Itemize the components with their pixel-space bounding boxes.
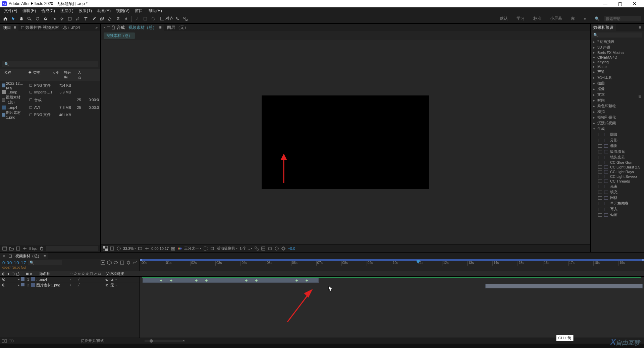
menu-edit[interactable]: 编辑(E) [20, 7, 39, 14]
label-col-icon[interactable] [25, 272, 29, 276]
mask-icon[interactable] [116, 246, 121, 251]
pan-behind-tool-icon[interactable] [58, 15, 65, 22]
fx-group[interactable]: ▸文本 [591, 92, 644, 97]
timeline-search[interactable] [28, 260, 62, 265]
selection-tool-icon[interactable] [10, 15, 17, 22]
zoom-dropdown[interactable]: 33.3%▾ [123, 247, 136, 251]
fx-effect[interactable]: CC Threads [591, 179, 644, 184]
fx-group[interactable]: ▸CINEMA 4D [591, 55, 644, 60]
help-search-input[interactable] [604, 16, 641, 21]
fx-effect[interactable]: 吸管填充 [591, 149, 644, 154]
res-dropdown[interactable]: 三分之一▾ [184, 246, 201, 251]
trash-icon[interactable] [39, 246, 44, 251]
timeline-tracks[interactable] [140, 277, 644, 344]
snap-options-icon[interactable] [182, 15, 189, 22]
menu-layer[interactable]: 图层(L) [58, 7, 76, 14]
eye-icon[interactable] [2, 283, 6, 287]
fx-effect[interactable]: 椭圆 [591, 143, 644, 149]
fx-group[interactable]: ▸时间 [591, 97, 644, 103]
keyframe[interactable] [205, 279, 207, 282]
parent-col[interactable]: 父级和链接 [104, 271, 140, 276]
show-channel-icon[interactable] [177, 246, 182, 251]
fx-group[interactable]: ▸模拟 [591, 109, 644, 115]
keyframe[interactable] [160, 279, 162, 282]
fx-group[interactable]: ▸扭曲 [591, 80, 644, 86]
snap-toggle[interactable]: 对齐 [160, 16, 173, 21]
pen-tool-icon[interactable] [74, 15, 81, 22]
views-dropdown[interactable]: 1 个…▾ [239, 246, 252, 251]
fx-group[interactable]: ▸沉浸式视频 [591, 120, 644, 126]
effect-controls-tab[interactable]: 效果控件 视频素材（总）.mp4 [18, 24, 83, 31]
ime-indicator[interactable]: CH ♪ 简 [556, 335, 574, 341]
layer-bar[interactable] [143, 278, 319, 283]
keyframe[interactable] [170, 279, 172, 282]
col-in[interactable]: 入点 [75, 70, 86, 80]
pixel-icon[interactable] [261, 246, 266, 251]
brush-tool-icon[interactable] [91, 15, 97, 22]
bpc-label[interactable]: 8 bpc [29, 247, 37, 251]
keyframe[interactable] [245, 279, 248, 282]
puppet-tool-icon[interactable] [123, 15, 129, 22]
fx-effect[interactable]: 写入 [591, 206, 644, 212]
comp-mini-icon[interactable] [100, 260, 106, 265]
minimize-button[interactable]: — [598, 0, 612, 7]
fx-group[interactable]: ▸3D 声道 [591, 45, 644, 50]
fx-group[interactable]: ▸Keying [591, 60, 644, 64]
keyframe[interactable] [255, 279, 258, 282]
layer-tab[interactable]: 图层 （无） [164, 24, 191, 31]
folder-icon[interactable] [9, 246, 14, 251]
ws-default[interactable]: 默认 [496, 16, 511, 21]
toggle-switches-icon[interactable] [2, 339, 7, 343]
shy-icon[interactable] [113, 260, 118, 265]
roto-tool-icon[interactable] [115, 15, 121, 22]
ws-small[interactable]: 小屏幕 [547, 16, 566, 21]
playhead[interactable] [418, 260, 418, 344]
menu-animation[interactable]: 动画(A) [95, 7, 113, 14]
solo-col-icon[interactable] [11, 272, 15, 276]
exposure-icon[interactable] [281, 246, 286, 251]
fx-group[interactable]: ▸实用工具 [591, 75, 644, 80]
motion-blur-icon[interactable] [126, 260, 131, 265]
switches-label[interactable]: 切换开关/模式 [81, 338, 104, 343]
col-size[interactable]: 大小 [48, 70, 61, 80]
new-comp-icon[interactable] [16, 246, 20, 251]
fx-group[interactable]: ▸声道 [591, 69, 644, 75]
comp-tab[interactable]: × 合成 视频素材（总） ≡ [101, 24, 164, 31]
interpret-icon[interactable] [2, 246, 7, 251]
alpha-icon[interactable] [103, 246, 108, 251]
src-col[interactable]: 源名称 [38, 271, 69, 276]
zoom-tool-icon[interactable] [26, 15, 33, 22]
share-icon[interactable] [254, 246, 259, 251]
close-button[interactable]: ✕ [627, 0, 642, 7]
project-tab[interactable]: 项目 ≡ [0, 24, 18, 31]
ws-standard[interactable]: 标准 [530, 16, 545, 21]
fx-group[interactable]: ▸Boris FX Mocha [591, 50, 644, 55]
keyframe[interactable] [195, 279, 198, 282]
frame-blend-icon[interactable] [119, 260, 125, 265]
keyframe[interactable] [296, 279, 298, 282]
col-type[interactable]: 类型 [31, 70, 47, 80]
fx-effect[interactable]: 镜头光晕 [591, 154, 644, 160]
fx-effect[interactable]: CC Glue Gun [591, 160, 644, 165]
timeline-ruler[interactable]: :00s01s02s03s04s05s06s07s08s09s10s11s12s… [140, 259, 644, 271]
fx-effect[interactable]: 光束 [591, 184, 644, 189]
adjust-icon[interactable] [22, 246, 27, 251]
menu-effect[interactable]: 效果(T) [76, 7, 95, 14]
render-icon[interactable] [274, 246, 279, 251]
menu-window[interactable]: 窗口 [132, 7, 146, 14]
world-axis-icon[interactable] [142, 15, 149, 22]
eraser-tool-icon[interactable] [107, 15, 113, 22]
channel-icon[interactable] [110, 246, 114, 251]
fx-effect[interactable]: 网格 [591, 195, 644, 201]
track-row[interactable] [140, 283, 644, 289]
transparency-icon[interactable] [210, 246, 215, 251]
snapshot-icon[interactable] [171, 246, 175, 251]
ws-overflow-icon[interactable]: » [580, 16, 589, 21]
menu-help[interactable]: 帮助(H) [146, 7, 165, 14]
eye-icon[interactable] [2, 277, 6, 281]
fx-group[interactable]: ▸抠像 [591, 86, 644, 92]
layer-row[interactable]: ▸2图片素材1.png♀╱无▾ [0, 282, 140, 288]
lock-col-icon[interactable] [16, 272, 20, 276]
timeline-zoom-slider[interactable]: —ᴖ [145, 340, 185, 342]
orbit-tool-icon[interactable] [34, 15, 41, 22]
